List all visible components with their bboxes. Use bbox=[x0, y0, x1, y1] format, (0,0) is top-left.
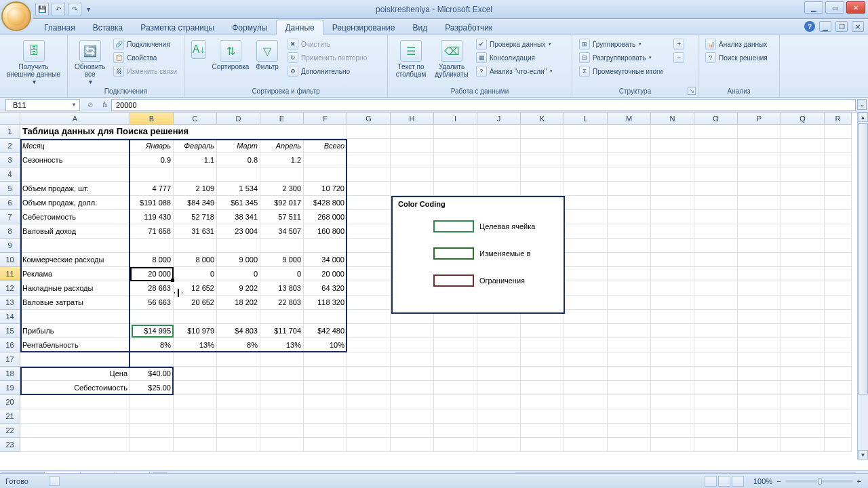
cell-O12[interactable] bbox=[694, 281, 738, 296]
cell-E8[interactable]: 34 507 bbox=[260, 224, 304, 239]
col-header-J[interactable]: J bbox=[477, 113, 521, 125]
cell-K19[interactable] bbox=[521, 381, 564, 395]
cell-O19[interactable] bbox=[694, 381, 738, 395]
row-header-18[interactable]: 18 bbox=[0, 367, 20, 381]
cell-B5[interactable]: 4 777 bbox=[130, 182, 174, 196]
cell-N13[interactable] bbox=[651, 296, 694, 310]
cell-E13[interactable]: 22 803 bbox=[260, 296, 304, 310]
cell-F16[interactable]: 10% bbox=[304, 338, 347, 352]
outline-launcher[interactable]: ↘ bbox=[688, 87, 696, 95]
show-detail-button[interactable]: + bbox=[671, 37, 687, 51]
cell-P20[interactable] bbox=[738, 395, 781, 409]
cell-N11[interactable] bbox=[651, 267, 694, 281]
cell-F17[interactable] bbox=[304, 352, 347, 367]
cell-A14[interactable] bbox=[20, 310, 130, 324]
view-pagebreak-button[interactable] bbox=[732, 476, 744, 487]
cell-R2[interactable] bbox=[825, 139, 852, 153]
cell-N1[interactable] bbox=[651, 125, 694, 139]
cell-D7[interactable]: 38 341 bbox=[217, 210, 260, 224]
cell-R20[interactable] bbox=[825, 395, 852, 409]
cell-I4[interactable] bbox=[434, 167, 477, 182]
cell-B22[interactable] bbox=[130, 424, 174, 438]
cell-D23[interactable] bbox=[217, 438, 260, 452]
cell-G17[interactable] bbox=[347, 352, 391, 367]
row-headers[interactable]: 1234567891011121314151617181920212223 bbox=[0, 125, 20, 452]
minimize-button[interactable]: ▁ bbox=[804, 1, 823, 14]
cell-P19[interactable] bbox=[738, 381, 781, 395]
cell-B18[interactable]: $40.00 bbox=[130, 367, 174, 381]
cell-M2[interactable] bbox=[608, 139, 651, 153]
cell-P3[interactable] bbox=[738, 153, 781, 167]
cell-L4[interactable] bbox=[564, 167, 608, 182]
cell-D3[interactable]: 0.8 bbox=[217, 153, 260, 167]
cell-C17[interactable] bbox=[174, 352, 217, 367]
scroll-up-button[interactable]: ▲ bbox=[858, 113, 868, 122]
cell-O21[interactable] bbox=[694, 409, 738, 424]
cell-M17[interactable] bbox=[608, 352, 651, 367]
cell-M14[interactable] bbox=[608, 310, 651, 324]
cell-H20[interactable] bbox=[391, 395, 434, 409]
cell-C19[interactable] bbox=[174, 381, 217, 395]
col-header-G[interactable]: G bbox=[347, 113, 391, 125]
cell-M12[interactable] bbox=[608, 281, 651, 296]
cell-C5[interactable]: 2 109 bbox=[174, 182, 217, 196]
cell-D11[interactable]: 0 bbox=[217, 267, 260, 281]
cell-O18[interactable] bbox=[694, 367, 738, 381]
cell-G15[interactable] bbox=[347, 324, 391, 338]
macro-record-icon[interactable] bbox=[49, 476, 60, 486]
cell-Q21[interactable] bbox=[781, 409, 825, 424]
solver-button[interactable]: ?Поиск решения bbox=[703, 51, 770, 64]
cell-P2[interactable] bbox=[738, 139, 781, 153]
data-validation-button[interactable]: ✔Проверка данных▾ bbox=[473, 37, 555, 51]
cell-L14[interactable] bbox=[564, 310, 608, 324]
cell-B3[interactable]: 0.9 bbox=[130, 153, 174, 167]
cell-I15[interactable] bbox=[434, 324, 477, 338]
cell-O13[interactable] bbox=[694, 296, 738, 310]
cell-J1[interactable] bbox=[477, 125, 521, 139]
office-button[interactable] bbox=[1, 1, 31, 31]
cell-J16[interactable] bbox=[477, 338, 521, 352]
row-header-13[interactable]: 13 bbox=[0, 296, 20, 310]
cell-E12[interactable]: 13 803 bbox=[260, 281, 304, 296]
col-header-I[interactable]: I bbox=[434, 113, 477, 125]
cell-P11[interactable] bbox=[738, 267, 781, 281]
tab-view[interactable]: Вид bbox=[403, 20, 436, 35]
cell-P15[interactable] bbox=[738, 324, 781, 338]
col-header-L[interactable]: L bbox=[564, 113, 608, 125]
sort-button[interactable]: ⇅Сортировка bbox=[212, 37, 250, 86]
col-header-F[interactable]: F bbox=[304, 113, 347, 125]
cell-L13[interactable] bbox=[564, 296, 608, 310]
col-header-E[interactable]: E bbox=[260, 113, 304, 125]
cell-J19[interactable] bbox=[477, 381, 521, 395]
cell-I18[interactable] bbox=[434, 367, 477, 381]
cell-H3[interactable] bbox=[391, 153, 434, 167]
name-box[interactable]: B11 ▼ bbox=[5, 99, 80, 111]
cell-P7[interactable] bbox=[738, 210, 781, 224]
clear-filter-button[interactable]: ✖Очистить bbox=[285, 37, 370, 51]
cell-A1[interactable]: Таблица данных для Поиска решения bbox=[20, 125, 347, 139]
cell-G1[interactable] bbox=[347, 125, 391, 139]
cell-L1[interactable] bbox=[564, 125, 608, 139]
save-icon[interactable]: 💾 bbox=[35, 3, 49, 16]
cell-C9[interactable] bbox=[174, 239, 217, 253]
cell-L17[interactable] bbox=[564, 352, 608, 367]
row-header-5[interactable]: 5 bbox=[0, 182, 20, 196]
cell-Q17[interactable] bbox=[781, 352, 825, 367]
cancel-fx-button[interactable]: ⊘ bbox=[84, 100, 96, 110]
row-header-10[interactable]: 10 bbox=[0, 253, 20, 267]
cell-F9[interactable] bbox=[304, 239, 347, 253]
cell-O10[interactable] bbox=[694, 253, 738, 267]
tab-pagelayout[interactable]: Разметка страницы bbox=[132, 20, 223, 35]
cell-B7[interactable]: 119 430 bbox=[130, 210, 174, 224]
cell-D14[interactable] bbox=[217, 310, 260, 324]
row-header-8[interactable]: 8 bbox=[0, 224, 20, 239]
cell-R17[interactable] bbox=[825, 352, 852, 367]
cell-A7[interactable]: Себестоимость bbox=[20, 210, 130, 224]
cell-R6[interactable] bbox=[825, 196, 852, 210]
cell-M8[interactable] bbox=[608, 224, 651, 239]
cell-R15[interactable] bbox=[825, 324, 852, 338]
column-headers[interactable]: ABCDEFGHIJKLMNOPQR bbox=[20, 113, 852, 125]
cell-B10[interactable]: 8 000 bbox=[130, 253, 174, 267]
cell-C6[interactable]: $84 349 bbox=[174, 196, 217, 210]
restore-workbook-button[interactable]: ❐ bbox=[835, 21, 848, 32]
